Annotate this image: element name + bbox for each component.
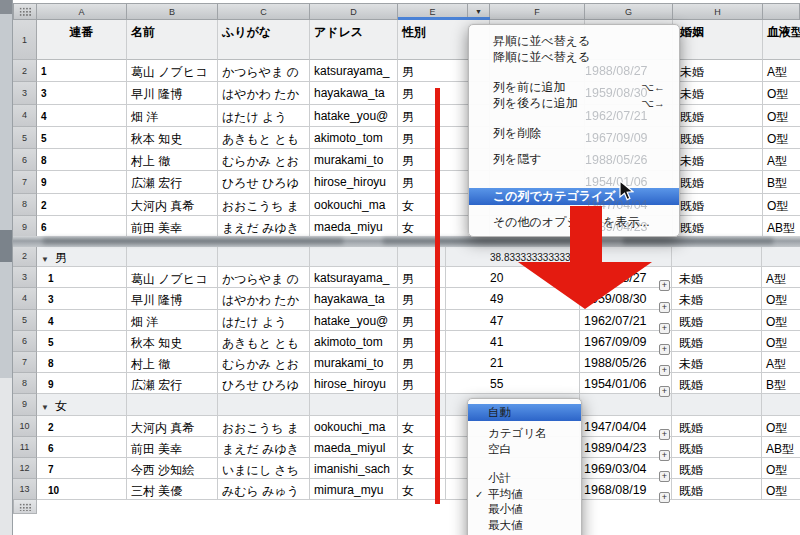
cell-address[interactable]: murakami_to <box>310 149 398 171</box>
menu-item-maximum[interactable]: 最大値 <box>468 518 581 534</box>
cell-name[interactable]: 広瀬 宏行 <box>127 373 218 394</box>
cell-empty[interactable] <box>672 246 762 267</box>
menu-item-minimum[interactable]: 最小値 <box>468 502 581 518</box>
date-stepper-icon[interactable]: + <box>659 280 670 291</box>
cell-kana[interactable]: はたけ よう <box>218 105 310 127</box>
cell-name[interactable]: 村上 徹 <box>127 352 218 373</box>
cell-marriage[interactable]: 未婚 <box>672 288 762 309</box>
cell-name[interactable]: 畑 洋 <box>127 310 218 331</box>
cell-name[interactable]: 大河内 真希 <box>127 416 218 437</box>
cell-blood[interactable]: A型 <box>763 60 800 82</box>
row-number[interactable]: 7 <box>13 171 37 193</box>
cell-kana[interactable]: みむら みゅう <box>218 479 310 500</box>
cell-birthdate[interactable]: 1962/07/21+ <box>580 310 672 331</box>
cell-serial[interactable]: 8 <box>37 149 127 171</box>
date-stepper-icon[interactable]: + <box>659 365 670 376</box>
menu-item-categorize-by-column[interactable]: この列でカテゴライズ <box>469 188 679 205</box>
cell-serial[interactable]: 5 <box>37 331 127 352</box>
column-header-i[interactable] <box>763 3 800 20</box>
menu-item-add-column-after[interactable]: 列を後ろに追加⌥→ <box>469 95 679 111</box>
cell-blood[interactable]: O型 <box>763 194 800 216</box>
cell-empty[interactable] <box>127 394 218 415</box>
cell-kana[interactable]: かつらやま の <box>218 267 310 288</box>
cell-birthdate[interactable]: 1988/08/27+ <box>580 267 672 288</box>
cell-age[interactable]: 47 <box>446 310 580 331</box>
cell-kana[interactable]: ひろせ ひろゆ <box>218 171 310 193</box>
cell-serial[interactable]: 10 <box>37 479 127 500</box>
cell-gender[interactable]: 女 <box>398 479 446 500</box>
cell-marriage[interactable]: 未婚 <box>673 149 763 171</box>
cell-blood[interactable]: B型 <box>763 171 800 193</box>
column-header-b[interactable]: B <box>127 3 218 20</box>
cell-empty[interactable] <box>218 246 310 267</box>
date-stepper-icon[interactable]: + <box>659 450 670 461</box>
cell-kana[interactable]: はたけ よう <box>218 310 310 331</box>
cell-address[interactable]: katsurayama_ <box>310 60 398 82</box>
cell-gender[interactable]: 男 <box>398 373 446 394</box>
cell-gender[interactable]: 女 <box>398 458 446 479</box>
row-number[interactable]: 8 <box>13 194 37 216</box>
cell-empty[interactable] <box>310 394 398 415</box>
cell-marriage[interactable]: 既婚 <box>672 331 762 352</box>
cell-kana[interactable]: おおこうち ま <box>218 416 310 437</box>
cell-blood[interactable]: O型 <box>763 127 800 149</box>
header-blood[interactable]: 血液型 <box>763 20 800 60</box>
cell-birthdate[interactable]: 1947/04/04+ <box>580 416 672 437</box>
date-stepper-icon[interactable]: + <box>659 429 670 440</box>
menu-item-sort-ascending[interactable]: 昇順に並べ替える <box>469 33 679 49</box>
row-number[interactable]: 11 <box>13 437 37 458</box>
cell-serial[interactable]: 1 <box>37 60 127 82</box>
cell-marriage[interactable]: 既婚 <box>672 310 762 331</box>
cell-name[interactable]: 前田 美幸 <box>127 437 218 458</box>
cell-blood[interactable]: O型 <box>762 416 800 437</box>
row-number[interactable]: 6 <box>13 331 37 352</box>
cell-empty[interactable] <box>580 394 672 415</box>
row-number[interactable]: 3 <box>13 267 37 288</box>
menu-item-add-column-before[interactable]: 列を前に追加⌥← <box>469 79 679 95</box>
cell-birthdate[interactable]: 1968/08/19+ <box>580 479 672 500</box>
cell-name[interactable]: 畑 洋 <box>127 105 218 127</box>
column-header-h[interactable]: H <box>673 3 763 20</box>
column-header-c[interactable]: C <box>218 3 310 20</box>
cell-blood[interactable]: B型 <box>762 373 800 394</box>
row-number[interactable]: 5 <box>13 127 37 149</box>
cell-empty[interactable] <box>580 246 672 267</box>
cell-marriage[interactable]: 既婚 <box>673 105 763 127</box>
menu-item-average[interactable]: ✓平均値 <box>468 487 581 503</box>
row-number[interactable]: 12 <box>13 458 37 479</box>
cell-blood[interactable]: O型 <box>762 458 800 479</box>
cell-gender[interactable]: 女 <box>398 416 446 437</box>
cell-marriage[interactable]: 既婚 <box>672 416 762 437</box>
row-number[interactable]: 6 <box>13 149 37 171</box>
cell-kana[interactable]: あきもと とも <box>218 331 310 352</box>
row-number[interactable]: 4 <box>13 288 37 309</box>
row-number[interactable]: 8 <box>13 373 37 394</box>
cell-name[interactable]: 秋本 知史 <box>127 331 218 352</box>
cell-address[interactable]: hatake_you@ <box>310 105 398 127</box>
table-corner-handle[interactable] <box>13 3 37 20</box>
menu-item-category-name[interactable]: カテゴリ名 <box>468 426 581 442</box>
date-stepper-icon[interactable]: + <box>659 492 670 503</box>
cell-gender[interactable]: 男 <box>398 288 446 309</box>
cell-serial[interactable]: 2 <box>37 194 127 216</box>
header-marriage[interactable]: 婚姻 <box>673 20 763 60</box>
group-header-cell[interactable]: ▼男 <box>37 246 127 267</box>
cell-address[interactable]: imanishi_sach <box>310 458 398 479</box>
cell-name[interactable]: 村上 徹 <box>127 149 218 171</box>
column-header-g[interactable]: G <box>585 3 673 20</box>
cell-address[interactable]: hatake_you@ <box>310 310 398 331</box>
cell-address[interactable]: murakami_to <box>310 352 398 373</box>
cell-serial[interactable]: 1 <box>37 267 127 288</box>
cell-address[interactable]: akimoto_tom <box>310 127 398 149</box>
cell-marriage[interactable]: 未婚 <box>672 267 762 288</box>
cell-birthdate[interactable]: 1989/04/23+ <box>580 437 672 458</box>
cell-kana[interactable]: はやかわ たか <box>218 82 310 104</box>
cell-gender[interactable]: 男 <box>398 310 446 331</box>
row-number[interactable]: 9 <box>13 394 37 415</box>
cell-gender[interactable]: 女 <box>398 437 446 458</box>
cell-group-average[interactable]: 38.8333333333333 <box>446 246 580 267</box>
cell-age[interactable]: 55 <box>446 373 580 394</box>
row-number[interactable]: 5 <box>13 310 37 331</box>
cell-serial[interactable]: 2 <box>37 416 127 437</box>
cell-name[interactable]: 葛山 ノブヒコ <box>127 60 218 82</box>
